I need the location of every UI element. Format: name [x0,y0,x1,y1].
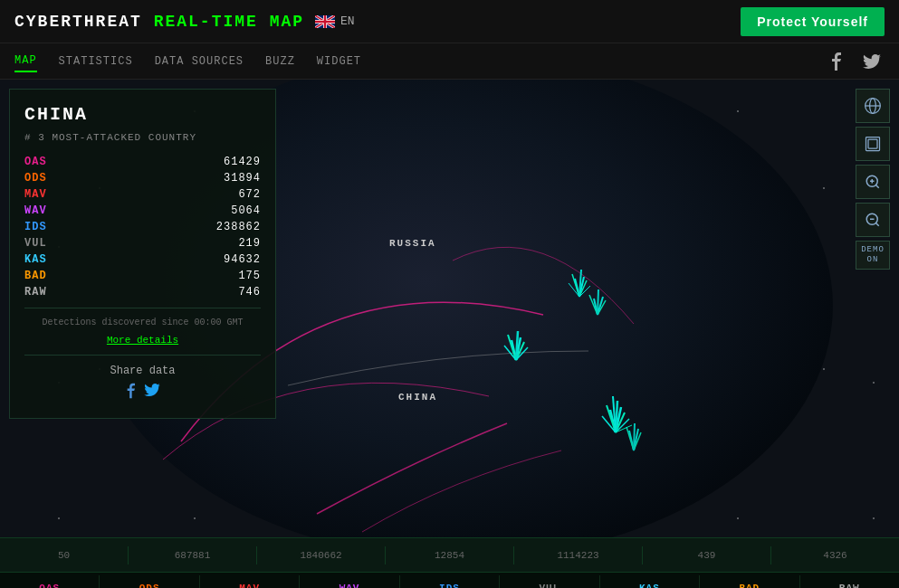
divider2 [24,355,261,356]
divider [24,308,261,308]
stat-value-bad: 175 [238,270,261,282]
russia-label: RUSSIA [389,238,436,249]
stat-label-mav: MAV [24,188,47,201]
stat-row-ods: ODS 31894 [24,172,261,185]
stat-value-wav: 5064 [231,204,261,217]
zoom-out-button[interactable] [856,203,890,237]
facebook-icon[interactable] [823,49,848,74]
stat-label-oas: OAS [24,156,47,168]
cat-tab-ids[interactable]: IDS [400,575,500,589]
nav-item-map[interactable]: MAP [14,51,37,72]
flag-icon [315,15,335,28]
layers-button[interactable] [856,127,890,161]
header-left: CYBERTHREAT REAL-TIME MAP EN [14,13,355,31]
cat-tab-wav[interactable]: WAV [300,575,399,589]
stat-row-vul: VUL 219 [24,237,261,250]
twitter-icon[interactable] [859,49,885,74]
svg-line-44 [875,223,878,225]
cat-tab-raw[interactable]: RAW [800,575,899,589]
title-threat: REAL-TIME MAP [142,13,304,31]
stat-row-bad: BAD 175 [24,270,261,282]
share-facebook-icon[interactable] [126,383,135,403]
nav-items: MAP STATISTICS DATA SOURCES BUZZ WIDGET [14,51,361,72]
nav-bar: MAP STATISTICS DATA SOURCES BUZZ WIDGET [0,43,899,80]
more-details-link[interactable]: More details [24,335,261,346]
header-right: Protect Yourself [741,7,885,36]
bottom-stat-5: 439 [643,546,771,564]
stat-value-oas: 61429 [224,156,261,168]
cat-tab-mav[interactable]: MAV [200,575,300,589]
bottom-stat-6: 4326 [771,546,899,564]
zoom-in-button[interactable] [856,165,890,199]
globe-view-button[interactable] [856,89,890,123]
protect-yourself-button[interactable]: Protect Yourself [741,7,885,36]
bottom-stat-1: 687881 [129,546,257,564]
nav-item-statistics[interactable]: STATISTICS [59,52,133,71]
social-links [823,49,885,74]
demo-toggle[interactable]: DEMOON [856,241,890,270]
cat-tab-ods[interactable]: ODS [100,575,199,589]
stat-row-mav: MAV 672 [24,188,261,201]
stat-value-kas: 94632 [224,253,261,266]
bottom-stat-4: 1114223 [514,546,643,564]
stat-label-vul: VUL [24,237,47,250]
cat-tab-bad[interactable]: BAD [700,575,799,589]
china-label: CHINA [398,392,437,403]
header: CYBERTHREAT REAL-TIME MAP EN Protect You… [0,0,899,43]
share-twitter-icon[interactable] [144,383,160,403]
stat-value-ids: 238862 [216,221,261,233]
stat-value-vul: 219 [238,237,261,250]
cat-tab-vul[interactable]: VUL [500,575,599,589]
svg-rect-38 [868,139,877,148]
stat-label-raw: RAW [24,286,47,299]
bottom-stat-3: 12854 [386,546,514,564]
map-area: RUSSIA CHINA CHINA # 3 MOST-ATTACKED COU… [0,80,899,537]
stat-label-kas: KAS [24,253,47,266]
info-panel: CHINA # 3 MOST-ATTACKED COUNTRY OAS 6142… [9,89,276,419]
stat-value-raw: 746 [238,286,261,299]
stat-row-wav: WAV 5064 [24,204,261,217]
cat-tab-oas[interactable]: OAS [0,575,100,589]
stat-value-mav: 672 [238,188,261,201]
nav-item-data-sources[interactable]: DATA SOURCES [155,52,244,71]
stat-row-oas: OAS 61429 [24,156,261,168]
nav-item-buzz[interactable]: BUZZ [265,52,295,71]
stat-row-ids: IDS 238862 [24,221,261,233]
site-title: CYBERTHREAT REAL-TIME MAP [14,13,304,31]
stat-row-kas: KAS 94632 [24,253,261,266]
share-icons [24,383,261,403]
share-section: Share data [24,365,261,403]
category-tabs: OAS ODS MAV WAV IDS VUL KAS BAD RAW [0,572,899,588]
country-name: CHINA [24,104,261,125]
bottom-stat-2: 1840662 [257,546,386,564]
language-selector[interactable]: EN [315,14,355,28]
detection-note: Detections discovered since 00:00 GMT [24,318,261,327]
stat-label-ids: IDS [24,221,47,233]
bottom-stat-0: 50 [0,546,129,564]
country-rank: # 3 MOST-ATTACKED COUNTRY [24,132,261,143]
nav-item-widget[interactable]: WIDGET [317,52,361,71]
share-label: Share data [24,365,261,377]
stat-value-ods: 31894 [224,172,261,185]
stat-label-wav: WAV [24,204,47,217]
stat-row-raw: RAW 746 [24,286,261,299]
svg-line-40 [875,185,878,187]
lang-text: EN [340,14,355,28]
cat-tab-kas[interactable]: KAS [600,575,700,589]
bottom-stats-bar: 50 687881 1840662 12854 1114223 439 4326 [0,537,899,572]
title-cyber: CYBERTHREAT [14,13,142,31]
right-controls: DEMOON [856,89,890,270]
stat-label-bad: BAD [24,270,47,282]
stat-label-ods: ODS [24,172,47,185]
